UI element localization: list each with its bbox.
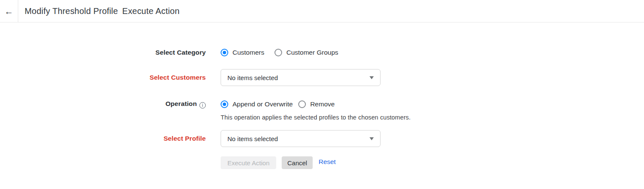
select-customers-label: Select Customers <box>0 74 206 81</box>
execute-action-form: Select Category Customers Customer Group… <box>0 22 644 169</box>
radio-button-icon[interactable] <box>298 100 306 108</box>
back-arrow-icon: ← <box>5 7 14 16</box>
page-title: Modify Threshold Profile Execute Action <box>25 0 179 22</box>
reset-link[interactable]: Reset <box>319 158 336 166</box>
row-operation: Operationi Append or Overwrite Remove <box>0 100 644 108</box>
header: ← Modify Threshold Profile Execute Actio… <box>0 0 644 22</box>
radio-remove[interactable]: Remove <box>298 100 335 108</box>
radio-customer-groups[interactable]: Customer Groups <box>274 49 338 56</box>
chevron-down-icon <box>370 137 374 140</box>
page-title-primary: Modify Threshold Profile <box>25 6 118 16</box>
page-title-secondary: Execute Action <box>122 6 179 16</box>
row-operation-helper: This operation applies the selected prof… <box>0 114 644 121</box>
select-profile-label: Select Profile <box>0 135 206 142</box>
cancel-button[interactable]: Cancel <box>282 156 313 169</box>
radio-remove-label: Remove <box>310 100 335 108</box>
radio-button-icon[interactable] <box>221 49 228 56</box>
select-customers-value: No items selected <box>227 74 278 81</box>
row-actions: Execute Action Cancel Reset <box>0 156 644 169</box>
execute-action-button[interactable]: Execute Action <box>221 156 276 169</box>
radio-customers[interactable]: Customers <box>221 49 264 56</box>
radio-button-icon[interactable] <box>274 49 282 56</box>
row-select-customers: Select Customers No items selected <box>0 69 644 86</box>
select-category-label: Select Category <box>0 49 206 56</box>
operation-radio-group: Append or Overwrite Remove <box>221 100 335 108</box>
radio-append-label: Append or Overwrite <box>232 100 293 108</box>
row-select-category: Select Category Customers Customer Group… <box>0 49 644 56</box>
operation-label: Operationi <box>0 100 206 108</box>
operation-label-text: Operation <box>165 100 197 107</box>
radio-button-icon[interactable] <box>221 100 228 108</box>
chevron-down-icon <box>370 76 374 79</box>
info-icon[interactable]: i <box>199 102 206 108</box>
radio-customers-label: Customers <box>232 49 264 56</box>
radio-append-or-overwrite[interactable]: Append or Overwrite <box>221 100 293 108</box>
select-customers-dropdown[interactable]: No items selected <box>221 69 381 86</box>
row-select-profile: Select Profile No items selected <box>0 130 644 147</box>
select-profile-dropdown[interactable]: No items selected <box>221 130 381 147</box>
radio-customer-groups-label: Customer Groups <box>286 49 338 56</box>
select-profile-value: No items selected <box>227 135 278 142</box>
back-button[interactable]: ← <box>0 0 18 22</box>
category-radio-group: Customers Customer Groups <box>221 49 338 56</box>
operation-helper-text: This operation applies the selected prof… <box>221 114 411 121</box>
